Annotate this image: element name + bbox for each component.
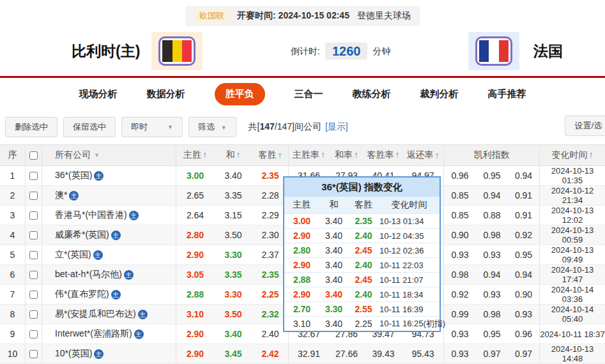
- return-rate: 95.43: [402, 344, 444, 363]
- row-checkbox[interactable]: [29, 310, 38, 319]
- company-cell[interactable]: 伟*(直布罗陀) 主: [42, 285, 176, 304]
- home-odds[interactable]: 2.64: [176, 210, 214, 220]
- row-checkbox[interactable]: [29, 350, 38, 358]
- row-checkbox[interactable]: [29, 291, 38, 299]
- filter-dropdown[interactable]: 筛选 ▼: [188, 117, 236, 137]
- popup-row: 2.70 3.30 2.55 10-11 16:39: [284, 301, 440, 316]
- draw-odds[interactable]: 3.50: [214, 230, 252, 240]
- draw-odds[interactable]: 3.40: [214, 171, 252, 181]
- home-odds[interactable]: 2.90: [176, 250, 214, 260]
- header-return-rate[interactable]: 返还率↑: [402, 145, 444, 165]
- row-select: [26, 206, 42, 225]
- company-cell[interactable]: 威廉希*(英国) 主: [42, 225, 176, 245]
- toolbar: 删除选中 保留选中 即时 ▼ 筛选 ▼ 共[147/147]间公司[显示] 设置…: [0, 112, 605, 141]
- popup-away-odds: 2.45: [348, 245, 379, 255]
- draw-odds[interactable]: 3.35: [214, 190, 252, 201]
- popup-draw-odds: 3.40: [319, 245, 348, 255]
- away-team: 法国: [468, 32, 563, 70]
- home-flag-wrap: [151, 32, 203, 70]
- row-checkbox[interactable]: [29, 271, 38, 279]
- caret-down-icon: ▼: [167, 124, 173, 130]
- home-odds[interactable]: 2.80: [176, 230, 214, 240]
- odds-history-popup: 36*(英国) 指数变化 主胜 和 客胜 变化时间 3.00 3.40 2.35…: [283, 176, 441, 332]
- row-select: [26, 166, 42, 185]
- popup-draw-odds: 3.40: [319, 289, 348, 300]
- host-badge-icon: 主: [69, 191, 79, 201]
- delete-selected-button[interactable]: 删除选中: [5, 117, 57, 137]
- tab[interactable]: 胜平负: [215, 83, 265, 105]
- tab[interactable]: 教练分析: [353, 88, 391, 100]
- draw-odds[interactable]: 3.45: [214, 349, 252, 359]
- count-prefix: 共[: [249, 121, 260, 132]
- home-odds[interactable]: 2.90: [176, 329, 214, 339]
- header-away-rate[interactable]: 客胜率↑: [364, 149, 402, 161]
- popup-change-time: 10-12 02:36: [379, 246, 440, 255]
- show-link[interactable]: [显示]: [325, 121, 348, 132]
- row-checkbox[interactable]: [29, 192, 38, 200]
- draw-odds[interactable]: 3.30: [214, 250, 252, 260]
- row-checkbox[interactable]: [29, 251, 38, 259]
- kelly-home: 0.99: [444, 309, 476, 319]
- company-cell[interactable]: Interwet*(塞浦路斯) 主: [42, 324, 176, 344]
- change-time: 2024-10-13 14:48: [540, 344, 605, 363]
- header-home-odds[interactable]: 主胜↑: [176, 149, 214, 161]
- draw-odds[interactable]: 3.35: [214, 269, 252, 280]
- header-away-odds[interactable]: 客胜↑: [252, 145, 289, 165]
- row-checkbox[interactable]: [29, 172, 38, 180]
- home-odds[interactable]: 3.00: [176, 171, 214, 181]
- live-dropdown[interactable]: 即时 ▼: [121, 117, 183, 137]
- tab[interactable]: 裁判分析: [420, 88, 459, 100]
- sort-asc-icon: ↑: [435, 150, 440, 160]
- home-odds[interactable]: 3.10: [176, 309, 214, 319]
- header-company[interactable]: 所有公司 ▼: [42, 145, 176, 165]
- header-draw-odds[interactable]: 和↑: [214, 149, 252, 161]
- draw-odds[interactable]: 3.15: [214, 210, 252, 220]
- draw-odds[interactable]: 3.40: [214, 329, 252, 339]
- company-cell[interactable]: 10*(英国) 主: [42, 344, 176, 363]
- header-change-time[interactable]: 变化时间↑: [540, 149, 605, 161]
- popup-change-time: 10-11 22:03: [379, 261, 440, 270]
- kelly-away: 0.94: [508, 166, 540, 185]
- keep-selected-button[interactable]: 保留选中: [63, 117, 116, 137]
- kelly-draw: 0.97: [476, 349, 508, 359]
- home-odds[interactable]: 2.88: [176, 289, 214, 300]
- popup-change-time: 10-11 16:25(初指): [379, 318, 440, 330]
- settings-button[interactable]: 设置/选: [565, 116, 605, 136]
- tab[interactable]: 三合一: [295, 88, 323, 100]
- host-badge-icon: 主: [94, 171, 103, 181]
- row-seq: 6: [0, 265, 26, 284]
- home-odds[interactable]: 2.65: [176, 190, 214, 201]
- popup-row: 2.90 3.40 2.40 10-11 18:34: [284, 287, 440, 301]
- match-header: 比利时(主) 倒计时: 1260 分钟 法国: [0, 26, 605, 76]
- away-odds[interactable]: 2.42: [252, 344, 289, 363]
- kelly-draw: 0.93: [476, 289, 508, 300]
- table-row[interactable]: 10 10*(英国) 主 2.90 3.45 2.42 32.91 27.66 …: [0, 344, 605, 364]
- host-badge-icon: 主: [94, 349, 103, 359]
- home-odds[interactable]: 3.05: [176, 269, 214, 280]
- row-checkbox[interactable]: [29, 231, 38, 239]
- header-home-rate[interactable]: 主胜率↑: [289, 149, 329, 161]
- row-checkbox[interactable]: [29, 211, 38, 220]
- match-info-bar: 欧国联 开赛时间: 2024-10-15 02:45 登德里夫球场: [185, 6, 420, 26]
- home-odds[interactable]: 2.90: [176, 349, 214, 359]
- company-cell[interactable]: 易*(安提瓜和巴布达) 主: [42, 305, 176, 324]
- company-cell[interactable]: 36*(英国) 主: [42, 166, 176, 185]
- row-seq: 7: [0, 285, 26, 304]
- company-cell[interactable]: 立*(英国) 主: [42, 245, 176, 264]
- select-all-checkbox[interactable]: [29, 151, 38, 160]
- company-cell[interactable]: 澳* 主: [42, 186, 176, 205]
- draw-odds[interactable]: 3.50: [214, 309, 252, 319]
- row-seq: 1: [0, 166, 26, 185]
- header-draw-rate[interactable]: 和率↑: [329, 149, 364, 161]
- popup-away-odds: 2.45: [348, 275, 379, 285]
- company-cell[interactable]: bet-at-h*(马尔他) 主: [42, 265, 176, 284]
- tab[interactable]: 高手推荐: [488, 88, 526, 100]
- tab[interactable]: 数据分析: [147, 88, 185, 100]
- draw-odds[interactable]: 3.30: [214, 289, 252, 300]
- host-badge-icon: 主: [111, 290, 121, 300]
- tab[interactable]: 现场分析: [79, 88, 118, 100]
- kelly-draw: 0.95: [476, 171, 508, 181]
- company-cell[interactable]: 香港马*(中国香港) 主: [42, 206, 176, 225]
- popup-change-time: 10-11 18:34: [379, 290, 440, 300]
- row-checkbox[interactable]: [29, 330, 38, 338]
